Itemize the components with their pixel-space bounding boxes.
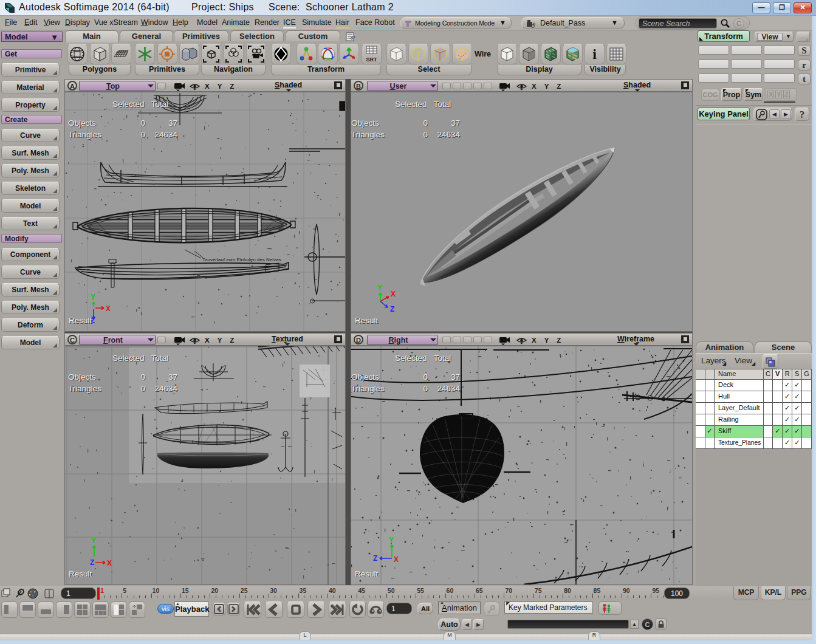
svg-text:Y: Y [389, 536, 394, 544]
svg-text:X: X [394, 555, 399, 564]
svg-text:X: X [106, 304, 111, 313]
svg-text:Z: Z [373, 554, 377, 563]
svg-text:Z: Z [90, 558, 94, 567]
svg-text:i: i [592, 46, 597, 62]
svg-text:X: X [107, 559, 112, 567]
svg-text:X: X [391, 290, 396, 298]
svg-text:Y: Y [91, 293, 95, 301]
svg-text:SRT: SRT [366, 57, 378, 63]
svg-text:Y: Y [91, 536, 96, 545]
svg-text:Tauverlauf zum Einholen des Ne: Tauverlauf zum Einholen des Netzes [202, 257, 281, 262]
svg-text:Z: Z [390, 305, 394, 313]
svg-text:Y: Y [377, 284, 382, 292]
